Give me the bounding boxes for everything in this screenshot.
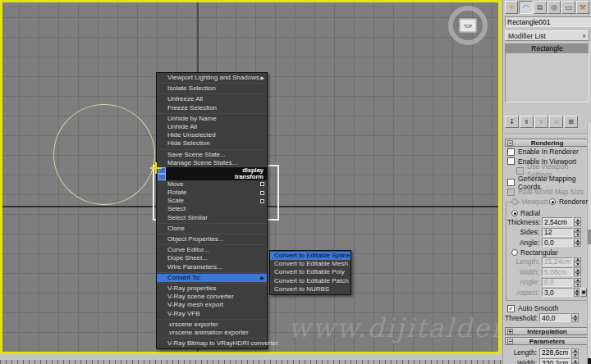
- settings-box-icon[interactable]: [260, 182, 264, 186]
- menu-item-isolate-selection[interactable]: Isolate Selection: [157, 84, 267, 93]
- panel-scrollbar-end: [588, 358, 591, 364]
- menu-item-select-similar[interactable]: Select Similar: [157, 214, 267, 222]
- field-length[interactable]: [539, 348, 570, 357]
- menu-item-convert-to[interactable]: Convert To:▶: [157, 274, 267, 282]
- radio-renderer[interactable]: [549, 198, 556, 205]
- menu-item-unhide-by-name[interactable]: Unhide by Name: [157, 115, 267, 123]
- rollout-header-rendering[interactable]: − Rendering: [505, 139, 589, 147]
- menu-item-viewport-lighting-and-shadows[interactable]: Viewport Lighting and Shadows▶: [157, 74, 267, 82]
- menu-item-convert-to-nurbs[interactable]: Convert to NURBS: [270, 285, 350, 293]
- field-angle[interactable]: [542, 238, 573, 247]
- menu-item-convert-to-editable-patch[interactable]: Convert to Editable Patch: [270, 277, 350, 285]
- expand-icon[interactable]: +: [507, 329, 513, 334]
- spinner-length[interactable]: [571, 348, 579, 357]
- spinner-down-icon[interactable]: [574, 293, 580, 298]
- menu-item-v-ray-scene-converter[interactable]: V-Ray scene converter: [157, 293, 267, 301]
- menu-item-freeze-selection[interactable]: Freeze Selection: [157, 104, 267, 112]
- spinner-angle[interactable]: [574, 238, 581, 247]
- menu-item-object-properties[interactable]: Object Properties...: [157, 235, 267, 243]
- menu-item-move[interactable]: Move: [157, 180, 267, 189]
- menu-item-v-ray-bitmap-to-vrayhdri-converter[interactable]: V-Ray Bitmap to VRayHDRI converter: [157, 339, 267, 348]
- menu-item-dope-sheet[interactable]: Dope Sheet...: [157, 254, 267, 262]
- menu-item-vrscene-animation-exporter[interactable]: .vrscene animation exporter: [157, 329, 267, 337]
- configure-modifier-sets-icon[interactable]: ⊞: [564, 116, 578, 128]
- spinner-width[interactable]: [571, 358, 579, 364]
- display-tab[interactable]: ▭: [561, 1, 575, 14]
- quad-context-menu: Viewport Lighting and Shadows▶Isolate Se…: [156, 72, 268, 349]
- panel-divider: [505, 134, 589, 135]
- menu-item-clone[interactable]: Clone: [157, 225, 267, 233]
- menu-item-rotate[interactable]: Rotate: [157, 189, 267, 197]
- field-aspect[interactable]: [542, 288, 573, 297]
- menu-item-unfreeze-all[interactable]: Unfreeze All: [157, 95, 267, 103]
- menu-separator: [157, 83, 267, 84]
- create-tab[interactable]: ✳: [505, 1, 518, 14]
- stack-entry-rectangle[interactable]: Rectangle: [506, 44, 589, 53]
- settings-box-icon[interactable]: [260, 199, 264, 203]
- menu-item-convert-to-editable-mesh[interactable]: Convert to Editable Mesh: [270, 260, 350, 268]
- viewport-renderer-radios: ViewportRenderer: [505, 198, 589, 206]
- spinner-down-icon[interactable]: [574, 222, 581, 227]
- utilities-tab[interactable]: ⚒: [576, 1, 589, 14]
- field-threshold[interactable]: [539, 313, 570, 322]
- field-width[interactable]: [539, 358, 570, 364]
- spinner-down-icon[interactable]: [571, 318, 579, 323]
- submenu-arrow-icon: ▶: [260, 74, 264, 82]
- field-sides[interactable]: [542, 228, 573, 237]
- menu-item-hide-selection[interactable]: Hide Selection: [157, 139, 267, 148]
- menu-item-save-scene-state[interactable]: Save Scene State...: [157, 151, 267, 159]
- circle-spline-shape[interactable]: [53, 104, 155, 205]
- rollout-header-interpolation[interactable]: + Interpolation: [505, 327, 589, 335]
- object-name-field[interactable]: [505, 16, 591, 27]
- panel-scrollbar-thumb[interactable]: [588, 230, 591, 244]
- radio-radial[interactable]: [511, 210, 518, 216]
- menu-item-convert-to-editable-poly[interactable]: Convert to Editable Poly: [270, 268, 350, 276]
- spinner-aspect[interactable]: [574, 288, 580, 297]
- modifier-list-dropdown[interactable]: Modifier List ∨: [505, 30, 589, 41]
- spinner-down-icon[interactable]: [574, 232, 581, 237]
- spinner-thickness[interactable]: [574, 217, 581, 226]
- viewcube[interactable]: TOP: [448, 6, 488, 45]
- checkbox-enable-in-viewport[interactable]: [507, 157, 515, 165]
- aspect-lock-button[interactable]: ▣: [580, 288, 587, 297]
- menu-item-select[interactable]: Select: [157, 205, 267, 213]
- spinner-angle: [574, 278, 581, 287]
- spinner-sides[interactable]: [574, 228, 581, 237]
- modify-tab[interactable]: ◠: [519, 1, 532, 14]
- rollout-header-parameters[interactable]: − Parameters: [505, 337, 589, 345]
- cross-section-groupbox: Radial Thickness:Sides:Angle: Rectangula…: [506, 202, 589, 302]
- menu-item-v-ray-vfb[interactable]: V-Ray VFB: [157, 310, 267, 318]
- field-angle: [542, 278, 573, 287]
- spinner-down-icon[interactable]: [571, 353, 579, 357]
- hierarchy-tab[interactable]: ⧉: [534, 1, 547, 14]
- motion-tab[interactable]: ◎: [547, 1, 561, 14]
- menu-item-scale[interactable]: Scale: [157, 197, 267, 205]
- spinner-down-icon: [574, 262, 581, 266]
- track-bar-ruler[interactable]: [0, 360, 502, 364]
- radio-wrap-viewport: Viewport: [511, 198, 549, 206]
- pin-stack-icon[interactable]: ↧: [505, 116, 519, 128]
- menu-item-wire-parameters[interactable]: Wire Parameters...: [157, 263, 267, 271]
- menu-item-v-ray-properties[interactable]: V-Ray properties: [157, 284, 267, 293]
- show-end-result-icon[interactable]: ‖: [520, 116, 534, 128]
- checkbox-generate-mapping-coords[interactable]: [507, 179, 515, 186]
- field-row-aspect: Aspect:▣: [507, 288, 587, 298]
- panel-scrollbar[interactable]: [587, 123, 591, 364]
- radio-wrap-rectangular: Rectangular: [511, 248, 558, 257]
- collapse-icon[interactable]: −: [507, 339, 513, 344]
- menu-item-v-ray-mesh-export[interactable]: V-Ray mesh export: [157, 301, 267, 309]
- field-thickness[interactable]: [542, 217, 573, 226]
- viewcube-top-face[interactable]: TOP: [460, 19, 477, 33]
- checkbox-auto-smooth[interactable]: ✓: [507, 305, 515, 312]
- settings-box-icon[interactable]: [260, 191, 264, 195]
- spinner-threshold[interactable]: [571, 313, 579, 322]
- collapse-icon[interactable]: −: [507, 140, 513, 146]
- menu-item-vrscene-exporter[interactable]: .vrscene exporter: [157, 321, 267, 329]
- checkbox-enable-in-renderer[interactable]: [507, 148, 515, 156]
- menu-item-hide-unselected[interactable]: Hide Unselected: [157, 131, 267, 139]
- spinner-down-icon[interactable]: [574, 243, 581, 248]
- menu-item-convert-to-editable-spline[interactable]: Convert to Editable Spline: [270, 252, 350, 260]
- menu-item-unhide-all[interactable]: Unhide All: [157, 123, 267, 131]
- menu-item-curve-editor[interactable]: Curve Editor...: [157, 246, 267, 254]
- radio-rectangular[interactable]: [511, 249, 518, 256]
